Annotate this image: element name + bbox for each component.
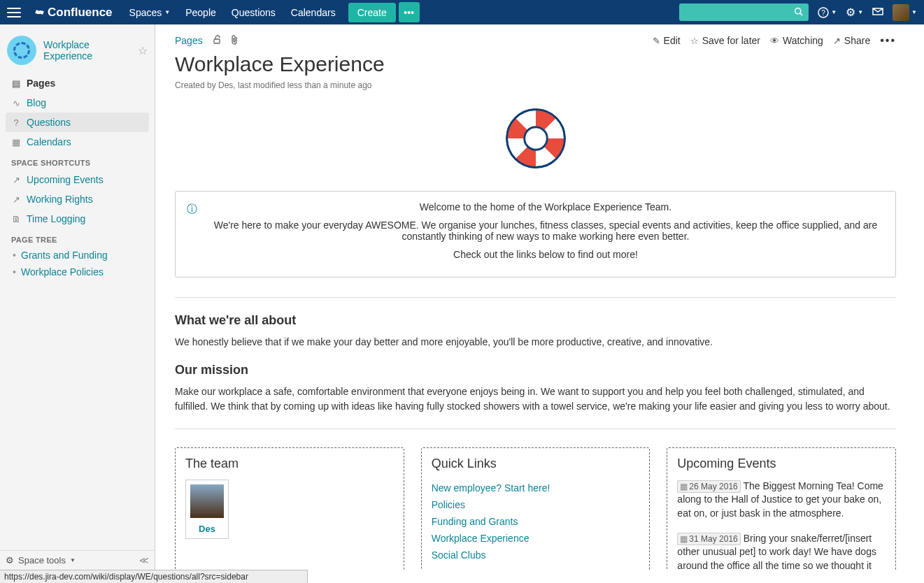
page-byline: Created by Des, last modified less than … (175, 80, 896, 90)
space-header: Workplace Experience ☆ (6, 31, 149, 73)
nav-calendars[interactable]: Calendars (291, 7, 336, 18)
action-label: Share (844, 35, 870, 46)
pages-icon: ▤ (11, 78, 21, 89)
share-button[interactable]: ↗Share (833, 35, 870, 46)
nav-spaces[interactable]: Spaces▼ (129, 7, 171, 18)
breadcrumb[interactable]: Pages (175, 35, 203, 46)
quick-links-panel: Quick Links New employee? Start here! Po… (421, 447, 651, 570)
page-title: Workplace Experience (175, 52, 896, 76)
page-toolbar: Pages ✎Edit ☆Save for later 👁Watching ↗S… (175, 34, 896, 47)
quick-link[interactable]: Policies (432, 496, 640, 513)
create-more-button[interactable]: ••• (399, 2, 420, 22)
space-name-link[interactable]: Workplace Experience (43, 39, 131, 62)
quick-link[interactable]: Workplace Experience (432, 530, 640, 547)
calendar-icon: ▦ (680, 534, 688, 544)
nav-label: Questions (232, 7, 276, 18)
profile-button[interactable]: ▼ (893, 4, 917, 21)
event-item: ▦31 May 2016 Bring your snake/ferret/[in… (677, 532, 886, 570)
notifications-button[interactable] (872, 8, 883, 17)
panel-heading: Upcoming Events (677, 456, 886, 471)
attachment-icon[interactable] (231, 35, 239, 47)
section-heading: Our mission (175, 363, 896, 377)
sidebar-tree-heading: PAGE TREE (6, 229, 149, 247)
quick-link[interactable]: New employee? Start here! (432, 480, 640, 496)
avatar (893, 4, 909, 21)
edit-button[interactable]: ✎Edit (653, 35, 681, 46)
space-tools-button[interactable]: ⚙ Space tools ▼ ≪ (0, 550, 155, 570)
panel-heading: Quick Links (432, 456, 640, 471)
divider (175, 297, 896, 298)
nav-questions[interactable]: Questions (232, 7, 276, 18)
info-text: Welcome to the home of the Workplace Exp… (207, 201, 884, 213)
help-button[interactable]: ?▼ (818, 7, 837, 18)
info-panel: ⓘ Welcome to the home of the Workplace E… (175, 191, 896, 278)
unlock-icon[interactable] (213, 35, 221, 46)
sidebar-item-calendars[interactable]: ▦Calendars (6, 132, 149, 152)
sidebar-shortcut[interactable]: ↗Upcoming Events (6, 170, 149, 189)
space-tools-label: Space tools (18, 555, 66, 566)
space-logo[interactable] (7, 36, 36, 65)
sidebar-item-label: Blog (27, 97, 46, 108)
section-text: We honestly believe that if we make your… (175, 335, 896, 349)
search-input[interactable] (679, 3, 809, 21)
info-text: Check out the links below to find out mo… (207, 249, 884, 260)
caret-down-icon: ▼ (911, 9, 917, 15)
panel-heading: The team (185, 456, 394, 471)
link-icon: ↗ (11, 175, 21, 185)
caret-down-icon: ▼ (164, 9, 170, 15)
sidebar-item-label: Questions (27, 117, 71, 128)
sidebar: Workplace Experience ☆ ▤Pages ∿Blog ?Que… (0, 24, 155, 570)
action-label: Save for later (702, 35, 760, 46)
svg-point-0 (795, 8, 801, 13)
star-icon: ☆ (690, 36, 699, 46)
action-label: Watching (783, 35, 823, 46)
sidebar-item-blog[interactable]: ∿Blog (6, 93, 149, 113)
nav-label: Calendars (291, 7, 336, 18)
doc-icon: 🗎 (11, 214, 21, 224)
team-member-card[interactable]: Des (185, 480, 229, 539)
sidebar-item-label: Upcoming Events (27, 174, 104, 185)
search-icon[interactable] (794, 7, 803, 18)
more-actions-button[interactable]: ••• (880, 34, 896, 47)
team-panel: The team Des (175, 447, 404, 570)
create-button[interactable]: Create (348, 3, 396, 22)
sidebar-shortcut[interactable]: 🗎Time Logging (6, 209, 149, 229)
quick-link[interactable]: Social Clubs (432, 547, 640, 563)
svg-point-8 (524, 127, 546, 150)
caret-down-icon: ▼ (70, 557, 76, 563)
page-tree-item[interactable]: Workplace Policies (6, 264, 149, 280)
app-switcher-icon[interactable] (7, 8, 21, 17)
page-tree-item[interactable]: Grants and Funding (6, 247, 149, 264)
settings-button[interactable]: ⚙▼ (846, 6, 863, 19)
sidebar-item-label: Working Rights (27, 194, 93, 205)
quick-link[interactable]: Funding and Grants (432, 513, 640, 530)
gear-icon: ⚙ (846, 6, 855, 19)
hero-lifebuoy-icon (175, 107, 896, 170)
nav-menu: Spaces▼ People Questions Calendars (129, 7, 336, 18)
events-panel: Upcoming Events ▦26 May 2016 The Biggest… (667, 447, 896, 570)
sidebar-shortcut[interactable]: ↗Working Rights (6, 189, 149, 209)
svg-line-1 (800, 13, 802, 15)
sidebar-item-questions[interactable]: ?Questions (6, 113, 149, 132)
team-member-name: Des (190, 524, 224, 534)
divider (175, 429, 896, 429)
action-label: Edit (664, 35, 681, 46)
star-icon[interactable]: ☆ (138, 44, 148, 57)
rss-icon: ∿ (11, 98, 21, 108)
confluence-logo[interactable]: Confluence (34, 6, 113, 20)
sidebar-item-pages[interactable]: ▤Pages (6, 73, 149, 93)
svg-text:?: ? (821, 9, 825, 17)
share-icon: ↗ (833, 36, 841, 46)
nav-label: Spaces (129, 7, 162, 18)
pencil-icon: ✎ (653, 36, 660, 46)
event-date-text: 31 May 2016 (689, 534, 737, 544)
nav-people[interactable]: People (185, 7, 216, 18)
collapse-sidebar-icon[interactable]: ≪ (139, 555, 149, 566)
info-text: We're here to make your everyday AWESOME… (207, 219, 884, 242)
sidebar-item-label: Time Logging (27, 213, 85, 224)
watching-button[interactable]: 👁Watching (770, 35, 823, 46)
calendar-icon: ▦ (11, 137, 21, 147)
save-for-later-button[interactable]: ☆Save for later (690, 35, 760, 46)
section-heading: What we're all about (175, 313, 896, 328)
event-item: ▦26 May 2016 The Biggest Morning Tea! Co… (677, 480, 886, 521)
